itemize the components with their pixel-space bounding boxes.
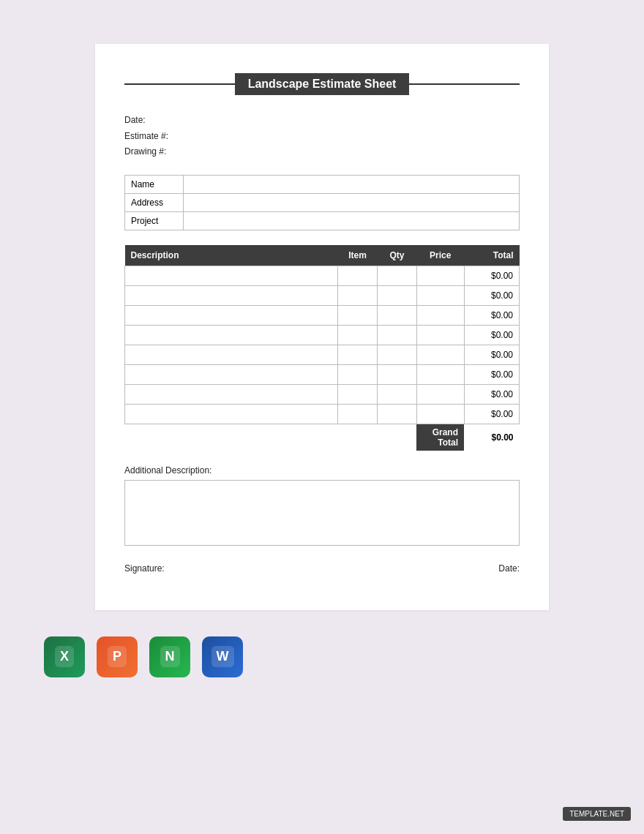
- app-icon-word[interactable]: W: [202, 636, 243, 677]
- document-container: Landscape Estimate Sheet Date: Estimate …: [95, 44, 549, 610]
- grand-total-spacer: [125, 424, 417, 451]
- excel-icon: X: [55, 646, 74, 667]
- col-header-price: Price: [416, 245, 464, 266]
- cell-qty[interactable]: [377, 325, 416, 345]
- estimate-row: $0.00: [125, 404, 520, 424]
- cell-price[interactable]: [416, 384, 464, 404]
- info-row-label: Address: [125, 193, 184, 211]
- estimate-row: $0.00: [125, 285, 520, 305]
- signature-label: Signature:: [124, 563, 165, 574]
- col-header-item: Item: [338, 245, 378, 266]
- cell-price[interactable]: [416, 404, 464, 424]
- signature-date-label: Date:: [498, 563, 520, 574]
- cell-item[interactable]: [338, 305, 378, 325]
- cell-total: $0.00: [464, 384, 519, 404]
- estimate-row: $0.00: [125, 384, 520, 404]
- title-line-left: [124, 83, 235, 85]
- app-icon-excel[interactable]: X: [44, 636, 85, 677]
- grand-total-value: $0.00: [464, 424, 519, 451]
- word-icon: W: [211, 646, 234, 667]
- col-header-description: Description: [125, 245, 338, 266]
- estimate-row: $0.00: [125, 325, 520, 345]
- cell-description[interactable]: [125, 325, 338, 345]
- cell-qty[interactable]: [377, 285, 416, 305]
- estimate-label: Estimate #:: [124, 129, 520, 145]
- col-header-qty: Qty: [377, 245, 416, 266]
- cell-description[interactable]: [125, 364, 338, 384]
- meta-section: Date: Estimate #: Drawing #:: [124, 113, 520, 160]
- additional-text-box[interactable]: [124, 480, 520, 546]
- cell-price[interactable]: [416, 345, 464, 364]
- info-row-value[interactable]: [184, 193, 520, 211]
- signature-section: Signature: Date:: [124, 563, 520, 574]
- additional-label: Additional Description:: [124, 465, 520, 476]
- app-icon-numbers[interactable]: N: [149, 636, 190, 677]
- cell-description[interactable]: [125, 266, 338, 285]
- estimate-row: $0.00: [125, 345, 520, 364]
- info-row-value[interactable]: [184, 211, 520, 230]
- cell-total: $0.00: [464, 285, 519, 305]
- estimate-row: $0.00: [125, 364, 520, 384]
- cell-total: $0.00: [464, 325, 519, 345]
- cell-total: $0.00: [464, 345, 519, 364]
- info-row-label: Name: [125, 175, 184, 193]
- additional-section: Additional Description:: [124, 465, 520, 546]
- cell-description[interactable]: [125, 305, 338, 325]
- title-line-right: [409, 83, 520, 85]
- cell-item[interactable]: [338, 404, 378, 424]
- cell-description[interactable]: [125, 384, 338, 404]
- cell-qty[interactable]: [377, 266, 416, 285]
- cell-qty[interactable]: [377, 345, 416, 364]
- cell-qty[interactable]: [377, 384, 416, 404]
- info-row-label: Project: [125, 211, 184, 230]
- estimate-table: Description Item Qty Price Total $0.00 $…: [124, 245, 520, 451]
- estimate-row: $0.00: [125, 305, 520, 325]
- date-label: Date:: [124, 113, 520, 129]
- cell-total: $0.00: [464, 305, 519, 325]
- cell-qty[interactable]: [377, 305, 416, 325]
- cell-qty[interactable]: [377, 364, 416, 384]
- info-row: Name: [125, 175, 520, 193]
- cell-description[interactable]: [125, 285, 338, 305]
- cell-price[interactable]: [416, 266, 464, 285]
- cell-item[interactable]: [338, 384, 378, 404]
- template-badge: TEMPLATE.NET: [563, 807, 631, 821]
- title-section: Landscape Estimate Sheet: [124, 73, 520, 95]
- cell-item[interactable]: [338, 364, 378, 384]
- cell-price[interactable]: [416, 364, 464, 384]
- info-row: Address: [125, 193, 520, 211]
- numbers-icon: N: [160, 646, 180, 667]
- cell-description[interactable]: [125, 404, 338, 424]
- cell-price[interactable]: [416, 305, 464, 325]
- cell-qty[interactable]: [377, 404, 416, 424]
- cell-total: $0.00: [464, 404, 519, 424]
- estimate-row: $0.00: [125, 266, 520, 285]
- cell-item[interactable]: [338, 325, 378, 345]
- document-title: Landscape Estimate Sheet: [235, 73, 410, 95]
- col-header-total: Total: [464, 245, 519, 266]
- cell-item[interactable]: [338, 345, 378, 364]
- cell-description[interactable]: [125, 345, 338, 364]
- cell-price[interactable]: [416, 325, 464, 345]
- grand-total-label: Grand Total: [416, 424, 464, 451]
- info-row-value[interactable]: [184, 175, 520, 193]
- app-icons-row: XPNW: [44, 636, 243, 677]
- info-table: Name Address Project: [124, 175, 520, 230]
- pages-icon: P: [108, 646, 127, 667]
- cell-price[interactable]: [416, 285, 464, 305]
- cell-item[interactable]: [338, 285, 378, 305]
- drawing-label: Drawing #:: [124, 144, 520, 160]
- cell-total: $0.00: [464, 266, 519, 285]
- app-icon-pages[interactable]: P: [97, 636, 138, 677]
- cell-item[interactable]: [338, 266, 378, 285]
- cell-total: $0.00: [464, 364, 519, 384]
- info-row: Project: [125, 211, 520, 230]
